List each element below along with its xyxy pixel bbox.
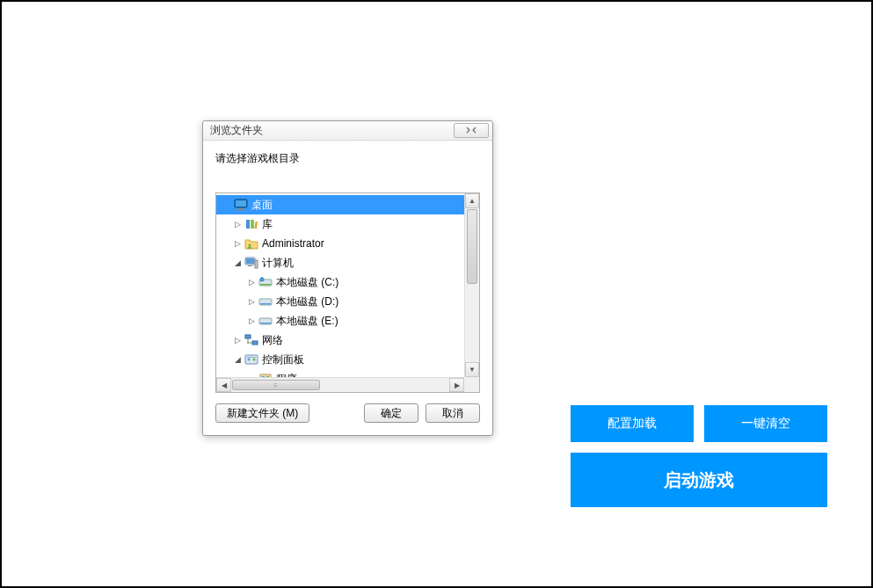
svg-rect-5 [251, 220, 254, 229]
svg-rect-3 [236, 210, 245, 211]
tree-label: 本地磁盘 (E:) [276, 314, 338, 329]
disk-e-icon [258, 314, 273, 328]
tree-scroll-area: ▷ 桌面 ▷ 库 ▷ [216, 193, 464, 377]
clear-all-button[interactable]: 一键清空 [704, 405, 827, 442]
dialog-button-row: 新建文件夹 (M) 确定 取消 [215, 403, 480, 423]
svg-rect-20 [252, 341, 258, 345]
expander-collapsed[interactable]: ▷ [246, 316, 257, 326]
scroll-left-arrow[interactable]: ◀ [216, 378, 231, 392]
scroll-down-arrow[interactable]: ▼ [465, 362, 479, 377]
vscroll-thumb[interactable] [467, 209, 477, 284]
network-icon [244, 333, 258, 347]
svg-rect-9 [246, 258, 254, 264]
tree-item-disk-d[interactable]: ▷ 本地磁盘 (D:) [216, 292, 464, 311]
control-panel-icon [244, 352, 258, 367]
libraries-icon [244, 217, 258, 231]
launcher-top-row: 配置加载 一键清空 [571, 405, 827, 442]
svg-rect-18 [260, 323, 271, 324]
tree-item-disk-c[interactable]: ▷ 本地磁盘 (C:) [216, 272, 464, 292]
scroll-right-arrow[interactable]: ▶ [449, 378, 464, 392]
tree-label: 控制面板 [262, 352, 304, 367]
expander-expanded[interactable]: ◢ [232, 258, 243, 268]
tree-item-programs[interactable]: ▷ 程序 [216, 369, 464, 377]
dialog-titlebar[interactable]: 浏览文件夹 [203, 121, 492, 141]
tree-label: 本地磁盘 (C:) [276, 275, 338, 290]
tree-item-disk-e[interactable]: ▷ 本地磁盘 (E:) [216, 311, 464, 330]
new-folder-button[interactable]: 新建文件夹 (M) [215, 403, 309, 423]
svg-rect-13 [260, 284, 271, 286]
hscroll-thumb[interactable]: ≡ [232, 380, 320, 390]
tree-label: 桌面 [251, 198, 273, 213]
disk-c-icon [258, 275, 273, 289]
svg-rect-22 [245, 355, 258, 364]
tree-label: 库 [262, 217, 273, 232]
tree-item-desktop[interactable]: ▷ 桌面 [216, 195, 464, 214]
svg-rect-16 [260, 303, 271, 305]
desktop-icon [234, 198, 248, 212]
svg-point-7 [249, 244, 251, 247]
tree-label: 计算机 [262, 256, 294, 271]
svg-rect-4 [246, 220, 250, 229]
svg-rect-11 [255, 260, 258, 268]
close-icon [466, 127, 477, 135]
expander-collapsed[interactable]: ▷ [232, 219, 243, 229]
start-game-button[interactable]: 启动游戏 [571, 453, 827, 507]
expander-expanded[interactable]: ◢ [232, 354, 243, 365]
svg-rect-1 [236, 200, 246, 207]
vertical-scrollbar[interactable]: ▲ ▼ [464, 193, 479, 377]
svg-point-21 [247, 342, 249, 344]
svg-rect-19 [245, 335, 251, 338]
tree-item-control-panel[interactable]: ◢ 控制面板 [216, 350, 464, 369]
expander-collapsed[interactable]: ▷ [246, 277, 257, 287]
horizontal-scrollbar[interactable]: ◀ ≡ ▶ [216, 377, 464, 392]
tree-item-administrator[interactable]: ▷ Administrator [216, 234, 464, 253]
tree-item-network[interactable]: ▷ 网络 [216, 330, 464, 350]
dialog-instruction: 请选择游戏根目录 [215, 151, 480, 166]
cancel-button[interactable]: 取消 [426, 403, 480, 423]
svg-rect-6 [254, 221, 258, 229]
expander-collapsed[interactable]: ▷ [246, 296, 257, 307]
scroll-corner [464, 377, 479, 392]
tree-item-computer[interactable]: ◢ 计算机 [216, 253, 464, 272]
svg-point-24 [253, 359, 256, 361]
tree-label: Administrator [262, 237, 324, 250]
dialog-title: 浏览文件夹 [210, 123, 263, 138]
folder-tree[interactable]: ▷ 桌面 ▷ 库 ▷ [215, 192, 480, 393]
user-folder-icon [244, 236, 258, 250]
svg-rect-25 [247, 357, 256, 358]
expander-collapsed[interactable]: ▷ [232, 335, 243, 345]
close-button[interactable] [454, 123, 489, 138]
tree-label: 网络 [262, 333, 283, 348]
ok-button[interactable]: 确定 [364, 403, 418, 423]
load-config-button[interactable]: 配置加载 [571, 405, 694, 442]
svg-rect-2 [238, 208, 244, 210]
svg-point-23 [248, 359, 251, 361]
scroll-up-arrow[interactable]: ▲ [465, 193, 479, 208]
svg-rect-10 [248, 265, 252, 266]
computer-icon [244, 256, 258, 270]
expander-collapsed[interactable]: ▷ [232, 238, 243, 249]
dialog-body: 请选择游戏根目录 ▷ 桌面 ▷ 库 ▷ [203, 141, 492, 435]
browse-folder-dialog: 浏览文件夹 请选择游戏根目录 ▷ 桌面 ▷ [202, 120, 493, 436]
disk-d-icon [258, 294, 273, 309]
tree-label: 本地磁盘 (D:) [276, 294, 338, 309]
tree-item-libraries[interactable]: ▷ 库 [216, 214, 464, 234]
launcher-panel: 配置加载 一键清空 启动游戏 [571, 405, 827, 507]
